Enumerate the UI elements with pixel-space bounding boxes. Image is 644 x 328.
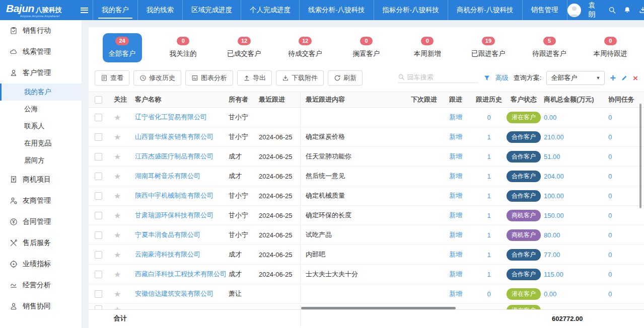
nav-tab[interactable]: 我的客户	[93, 0, 137, 20]
row-checkbox[interactable]	[95, 114, 102, 121]
star-icon[interactable]: ★	[114, 152, 121, 161]
nav-tab[interactable]: 商机分析-八骏科技	[448, 0, 522, 20]
add-follow-link[interactable]: 新增	[449, 192, 462, 199]
refresh-button[interactable]: 刷新	[328, 70, 363, 86]
customer-name-link[interactable]: 江西杰盛医疗制品有限公司	[135, 152, 213, 160]
amount-link[interactable]: 204.00	[544, 173, 564, 180]
nav-tab[interactable]: 指标分析-八骏科技	[374, 0, 448, 20]
add-follow-link[interactable]: 新增	[449, 231, 462, 238]
amount-link[interactable]: 51.00	[544, 153, 560, 160]
tasks-link[interactable]: 0	[608, 133, 612, 141]
sidebar-item-kpi[interactable]: 业绩指标	[0, 254, 82, 275]
customer-name-link[interactable]: 陕西中宇机械制造有限公司	[135, 192, 213, 199]
sidebar-item-customers[interactable]: 客户管理	[0, 62, 82, 84]
stat-tab[interactable]: 0 本周新增	[397, 33, 458, 62]
row-checkbox[interactable]	[95, 251, 102, 259]
scheme-select[interactable]: 全部客户 ▼	[546, 71, 605, 85]
nav-tab[interactable]: 我的线索	[137, 0, 182, 20]
follow-history-link[interactable]: 0	[487, 114, 490, 121]
sidebar-item-sales-action[interactable]: 销售行动	[0, 20, 82, 41]
follow-history-link[interactable]: 1	[487, 231, 490, 239]
stat-tab[interactable]: 12 待成交客户	[275, 33, 336, 62]
row-checkbox[interactable]	[95, 173, 102, 180]
sidebar-item-partners[interactable]: 友商管理	[0, 190, 82, 211]
sidebar-subitem[interactable]: 居间方	[0, 152, 82, 169]
vertical-scrollbar[interactable]	[639, 104, 641, 208]
sidebar-subitem[interactable]: 公海	[0, 101, 82, 118]
customer-name-link[interactable]: 辽宁省化工贸易有限公司	[135, 113, 207, 121]
table-row[interactable]: ★ 山西晋华煤炭销售有限公司 甘小宁 2024-06-25 确定煤炭价格 新增 …	[89, 127, 644, 147]
chart-analysis-button[interactable]: 图表分析	[185, 70, 233, 86]
view-button[interactable]: 查看	[95, 70, 129, 86]
sidebar-item-aftersales[interactable]: 售后服务	[0, 232, 82, 254]
stat-tab[interactable]: 24 全部客户	[92, 33, 153, 62]
download-attachment-button[interactable]: 下载附件	[276, 70, 324, 86]
user-name[interactable]: 袁朗	[589, 1, 601, 19]
customer-name-link[interactable]: 云南豪湾科技有限公司	[135, 251, 200, 258]
table-row[interactable]: ★ 西藏白泽科技工程技术有限公司 成才 2024-06-25 士大夫士大夫十分 …	[89, 265, 644, 284]
sidebar-item-opportunities[interactable]: 商机项目	[0, 169, 82, 190]
table-row[interactable]: ★ 江西杰盛医疗制品有限公司 成才 2024-06-25 任天堂肺功能你 新增 …	[89, 147, 644, 167]
tasks-link[interactable]: 0	[608, 114, 612, 121]
edit-pencil-icon[interactable]	[621, 74, 628, 81]
export-button[interactable]: 导出	[237, 70, 272, 86]
star-icon[interactable]: ★	[114, 270, 121, 279]
follow-history-link[interactable]: 1	[487, 173, 490, 180]
filter-funnel-icon[interactable]	[483, 74, 490, 81]
row-checkbox[interactable]	[95, 153, 102, 160]
follow-history-link[interactable]: 1	[487, 133, 490, 141]
amount-link[interactable]: 80.00	[544, 231, 560, 239]
tasks-link[interactable]: 0	[608, 251, 612, 259]
amount-link[interactable]: 77.00	[544, 251, 560, 259]
table-row[interactable]: ★ 甘肃瑞源环保科技有限公司 甘小宁 2024-06-25 确定环保的长度 新增…	[89, 206, 644, 225]
star-icon[interactable]: ★	[114, 172, 121, 181]
stat-tab[interactable]: 5 待跟进客户	[519, 33, 580, 62]
sidebar-item-contracts[interactable]: 合同管理	[0, 211, 82, 232]
star-icon[interactable]: ★	[114, 113, 121, 122]
table-row[interactable]: ★ 辽宁省化工贸易有限公司 甘小宁 新增 0 潜在客户 0.00 0	[89, 108, 644, 127]
add-follow-link[interactable]: 新增	[449, 270, 462, 278]
sidebar-item-analysis[interactable]: 经营分析	[0, 275, 82, 296]
add-follow-link[interactable]: 新增	[449, 152, 462, 160]
nav-tab[interactable]: 线索分析-八骏科技	[299, 0, 374, 20]
row-checkbox[interactable]	[95, 192, 102, 200]
add-follow-link[interactable]: 新增	[449, 211, 462, 219]
star-icon[interactable]: ★	[114, 133, 121, 141]
amount-link[interactable]: 100.00	[544, 192, 564, 200]
customer-name-link[interactable]: 安徽信达建筑安装有限公司	[135, 290, 213, 297]
follow-history-link[interactable]: 1	[487, 153, 490, 160]
customer-name-link[interactable]: 山西晋华煤炭销售有限公司	[135, 133, 213, 140]
search-icon[interactable]	[608, 6, 616, 15]
stat-tab[interactable]: 0 我关注的	[153, 33, 213, 62]
follow-history-link[interactable]: 1	[487, 271, 490, 278]
stat-tab[interactable]: 19 已跟进客户	[458, 33, 519, 62]
download-icon[interactable]	[639, 6, 644, 15]
customer-name-link[interactable]: 宁夏丰润食品有限公司	[135, 231, 200, 238]
select-all-checkbox[interactable]	[95, 96, 102, 104]
star-icon[interactable]: ★	[114, 251, 121, 259]
star-icon[interactable]: ★	[114, 211, 121, 220]
row-checkbox[interactable]	[95, 231, 102, 239]
nav-tab[interactable]: 区域完成进度	[182, 0, 241, 20]
tasks-link[interactable]: 0	[608, 231, 612, 239]
table-row[interactable]: ★ 云南豪湾科技有限公司 成才 2024-06-25 内部吧 新增 1 合作客户…	[89, 245, 644, 265]
tasks-link[interactable]: 0	[608, 212, 612, 219]
stat-tab[interactable]: 0 搁置客户	[336, 33, 397, 62]
nav-tab[interactable]: 销售管理	[522, 0, 567, 20]
table-row[interactable]: ★ 陕西中宇机械制造有限公司 甘小宁 2024-06-25 确定机械质量 新增 …	[89, 186, 644, 206]
amount-link[interactable]: 210.00	[544, 133, 564, 141]
customer-name-link[interactable]: 西藏白泽科技工程技术有限公司	[135, 270, 227, 278]
tasks-link[interactable]: 0	[608, 153, 612, 160]
nav-tab[interactable]: 个人完成进度	[241, 0, 299, 20]
amount-link[interactable]: 0.00	[544, 290, 556, 298]
row-checkbox[interactable]	[95, 212, 102, 219]
tasks-link[interactable]: 0	[608, 271, 612, 278]
table-row[interactable]: ★ 安徽信达建筑安装有限公司 萧让 新增 0 潜在客户 0.00 0	[89, 284, 644, 304]
add-scheme-icon[interactable]: +	[610, 73, 616, 83]
add-follow-link[interactable]: 新增	[449, 172, 462, 180]
follow-history-link[interactable]: 1	[487, 251, 490, 259]
follow-history-link[interactable]: 1	[487, 192, 490, 200]
follow-history-link[interactable]: 0	[487, 290, 490, 298]
add-follow-link[interactable]: 新增	[449, 251, 462, 258]
menu-toggle-icon[interactable]	[76, 0, 93, 20]
